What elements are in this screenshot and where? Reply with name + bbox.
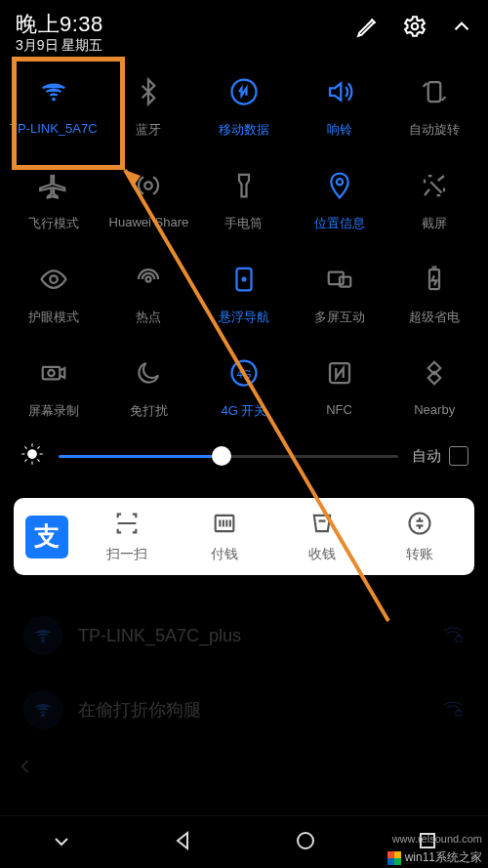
- svg-point-7: [146, 277, 151, 282]
- tile-label: 多屏互动: [314, 309, 365, 326]
- collect-icon: [308, 510, 336, 540]
- wifi-icon: [39, 77, 68, 110]
- wifi-list-item[interactable]: 在偷打折你狗腿: [16, 673, 472, 747]
- tile-bluetooth[interactable]: 蓝牙: [102, 74, 197, 139]
- rotate-icon: [420, 77, 449, 110]
- record-icon: [39, 358, 68, 392]
- tile-label: 4G 开关: [222, 402, 267, 420]
- checkbox-icon[interactable]: [449, 446, 468, 466]
- nav-back-icon[interactable]: [172, 829, 195, 856]
- collapse-icon[interactable]: [449, 14, 474, 43]
- 4g-icon: 4G: [229, 358, 259, 392]
- svg-point-25: [298, 833, 313, 848]
- float-nav-icon: [229, 265, 259, 298]
- tile-sound[interactable]: 响铃: [292, 74, 387, 139]
- tile-auto-rotate[interactable]: 自动旋转: [386, 74, 482, 139]
- tile-label: 超级省电: [409, 309, 460, 326]
- watermark: win11系统之家: [387, 849, 482, 866]
- alipay-transfer[interactable]: 转账: [371, 510, 468, 563]
- wifi-signal-icon: [23, 690, 62, 729]
- svg-rect-10: [328, 272, 343, 285]
- top-action-icons: [355, 14, 474, 43]
- alipay-collect[interactable]: 收钱: [273, 510, 371, 563]
- alipay-item-label: 扫一扫: [106, 546, 147, 563]
- svg-point-20: [410, 514, 430, 534]
- auto-label: 自动: [412, 447, 441, 466]
- tile-label: 截屏: [422, 215, 447, 232]
- battery-icon: [420, 265, 449, 298]
- hotspot-icon: [134, 265, 163, 298]
- edit-icon[interactable]: [355, 14, 381, 43]
- svg-point-18: [28, 450, 37, 459]
- sound-icon: [325, 77, 354, 110]
- slider-thumb[interactable]: [212, 446, 231, 466]
- svg-rect-22: [456, 637, 462, 641]
- tile-4g-switch[interactable]: 4G 4G 开关: [196, 355, 292, 420]
- svg-point-23: [42, 714, 45, 717]
- background-wifi-list: TP-LINK_5A7C_plus 在偷打折你狗腿: [0, 599, 488, 747]
- tile-huawei-share[interactable]: Huawei Share: [102, 168, 197, 232]
- tile-screen-record[interactable]: 屏幕录制: [6, 355, 102, 420]
- tile-eye-comfort[interactable]: 护眼模式: [6, 262, 102, 326]
- alipay-pay[interactable]: 付钱: [176, 510, 273, 563]
- tile-mobile-data[interactable]: 移动数据: [196, 74, 292, 139]
- tile-label: TP-LINK_5A7C: [10, 121, 98, 136]
- wifi-ssid: TP-LINK_5A7C_plus: [78, 626, 241, 646]
- flashlight-icon: [229, 171, 259, 204]
- bluetooth-icon: [134, 77, 163, 110]
- tile-ultra-power-saving[interactable]: 超级省电: [386, 262, 482, 326]
- tile-flashlight[interactable]: 手电筒: [196, 168, 292, 232]
- tile-label: NFC: [326, 402, 352, 417]
- quick-settings-grid: TP-LINK_5A7C 蓝牙 移动数据 响铃 自动旋转 飞行模式: [0, 74, 488, 420]
- settings-icon[interactable]: [402, 14, 427, 43]
- alipay-card[interactable]: 支 扫一扫 付钱 收钱 转账: [14, 498, 474, 575]
- alipay-item-label: 收钱: [308, 546, 336, 563]
- wifi-list-item[interactable]: TP-LINK_5A7C_plus: [16, 599, 472, 673]
- scan-icon: [113, 510, 141, 540]
- tile-location[interactable]: 位置信息: [292, 168, 387, 232]
- tile-label: 护眼模式: [28, 309, 79, 326]
- tile-multiscreen[interactable]: 多屏互动: [292, 262, 387, 326]
- tile-label: 免打扰: [130, 402, 168, 420]
- svg-rect-24: [456, 711, 462, 716]
- eye-icon: [39, 265, 68, 298]
- brightness-row: 自动: [0, 420, 488, 490]
- svg-point-21: [42, 640, 45, 642]
- tile-wifi[interactable]: TP-LINK_5A7C: [6, 74, 102, 139]
- tile-airplane[interactable]: 飞行模式: [6, 168, 102, 232]
- footer-text: www.relsound.com: [392, 833, 482, 845]
- alipay-item-label: 转账: [406, 546, 433, 563]
- tile-dnd[interactable]: 免打扰: [102, 355, 197, 420]
- tile-label: 自动旋转: [409, 121, 460, 139]
- svg-point-14: [48, 370, 54, 376]
- watermark-logo-icon: [387, 851, 401, 865]
- tile-float-nav[interactable]: 悬浮导航: [196, 262, 292, 326]
- svg-point-1: [52, 98, 56, 102]
- back-chevron-icon[interactable]: [0, 757, 488, 780]
- tile-label: 移动数据: [219, 121, 269, 139]
- transfer-icon: [406, 510, 433, 540]
- nav-hide-icon[interactable]: [50, 829, 73, 856]
- svg-rect-3: [428, 82, 441, 102]
- wifi-lock-icon: [441, 696, 465, 724]
- auto-brightness-toggle[interactable]: 自动: [412, 446, 468, 466]
- mobile-data-icon: [229, 77, 259, 110]
- tile-screenshot[interactable]: 截屏: [386, 168, 482, 232]
- svg-point-0: [412, 23, 419, 30]
- brightness-slider[interactable]: [59, 455, 398, 458]
- wifi-ssid: 在偷打折你狗腿: [78, 698, 201, 722]
- alipay-scan[interactable]: 扫一扫: [78, 510, 176, 563]
- svg-point-9: [241, 277, 246, 282]
- tile-hotspot[interactable]: 热点: [102, 262, 197, 326]
- wifi-lock-icon: [441, 622, 465, 650]
- tile-label: 屏幕录制: [28, 402, 79, 420]
- svg-rect-13: [43, 367, 61, 380]
- nfc-icon: [325, 358, 354, 392]
- nearby-icon: [420, 358, 449, 392]
- location-icon: [325, 171, 354, 204]
- nav-home-icon[interactable]: [294, 829, 317, 856]
- tile-nearby[interactable]: Nearby: [386, 355, 482, 420]
- alipay-logo-icon: 支: [25, 516, 68, 558]
- barcode-icon: [211, 510, 238, 540]
- tile-nfc[interactable]: NFC: [292, 355, 387, 420]
